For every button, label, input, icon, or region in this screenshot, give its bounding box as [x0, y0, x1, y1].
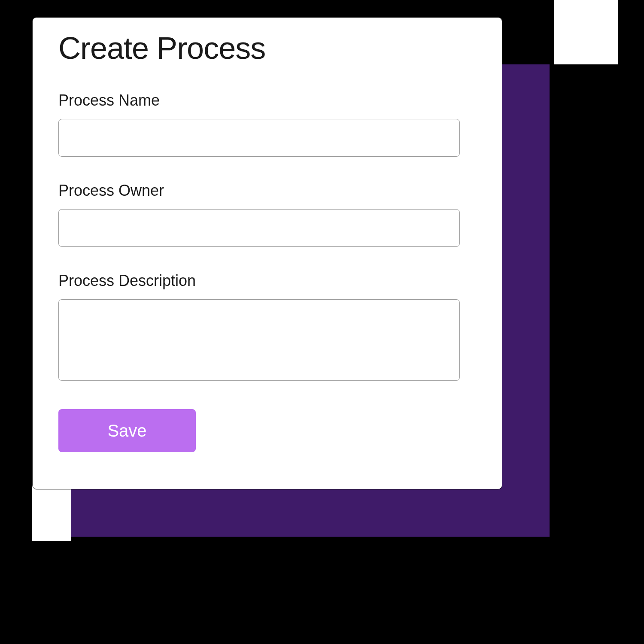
background-white-strip: [554, 0, 618, 64]
process-description-input[interactable]: [58, 299, 460, 381]
process-owner-label: Process Owner: [58, 182, 476, 200]
save-button[interactable]: Save: [58, 409, 196, 452]
process-owner-group: Process Owner: [58, 182, 476, 247]
background-white-corner: [32, 485, 71, 541]
create-process-modal: Create Process Process Name Process Owne…: [32, 17, 502, 489]
process-description-label: Process Description: [58, 272, 476, 290]
process-name-label: Process Name: [58, 91, 476, 109]
modal-title: Create Process: [58, 30, 476, 66]
process-name-input[interactable]: [58, 119, 460, 157]
process-owner-input[interactable]: [58, 209, 460, 247]
process-name-group: Process Name: [58, 91, 476, 157]
process-description-group: Process Description: [58, 272, 476, 383]
